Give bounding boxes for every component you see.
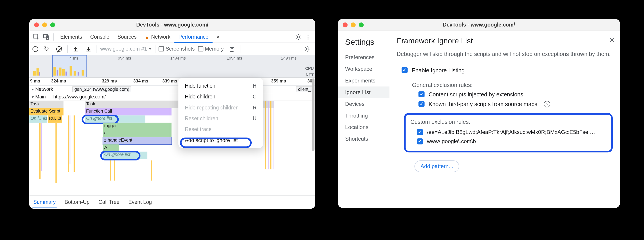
- custom-rule-2-checkbox[interactable]: www\.google\.com\b: [410, 137, 606, 146]
- tab-summary[interactable]: Summary: [32, 196, 56, 208]
- svg-point-4: [306, 48, 308, 50]
- overview-tick: 1994 ms: [227, 56, 242, 60]
- add-pattern-button[interactable]: Add pattern...: [414, 160, 459, 172]
- timeline-overview[interactable]: 4 ms 994 ms 1494 ms 1994 ms 2494 ms CPU …: [29, 55, 315, 78]
- settings-main-panel: ✕ Framework Ignore List Debugger will sk…: [390, 31, 620, 208]
- gear-icon[interactable]: [295, 33, 302, 40]
- custom-rule-1-checkbox[interactable]: /ee=ALeJib:B8gLwd;AfeaP:TkrAjf;Afksuc:wM…: [410, 127, 606, 137]
- network-track-header[interactable]: Network gen_204 (www.google.com) client_: [29, 86, 315, 93]
- flame-ignore[interactable]: On ignore list: [103, 152, 148, 159]
- third-party-checkbox[interactable]: Known third-party scripts from source ma…: [396, 99, 612, 109]
- expand-icon: [32, 87, 34, 92]
- overview-tick: 994 ms: [118, 56, 131, 60]
- maximize-icon[interactable]: [359, 22, 364, 27]
- memory-checkbox[interactable]: Memory: [198, 46, 224, 52]
- flame-a[interactable]: A: [103, 144, 119, 151]
- flame-function-call[interactable]: Function Call: [85, 108, 172, 115]
- flame-ignore[interactable]: On i…list: [29, 116, 47, 123]
- more-icon[interactable]: ⋮: [304, 33, 312, 40]
- clear-button[interactable]: [55, 45, 62, 52]
- flame-handleevent[interactable]: z.handleEvent: [103, 137, 172, 144]
- maximize-icon[interactable]: [50, 22, 55, 27]
- titlebar[interactable]: DevTools - www.google.com/: [29, 19, 315, 31]
- custom-rules-highlight: Custom exclusion rules: /ee=ALeJib:B8gLw…: [404, 113, 613, 152]
- sidebar-item-shortcuts[interactable]: Shortcuts: [345, 133, 386, 145]
- overview-tick: 2494 ms: [281, 56, 297, 60]
- minimize-icon[interactable]: [42, 22, 47, 27]
- scrollbar[interactable]: [312, 78, 315, 151]
- enable-ignore-checkbox[interactable]: Enable Ignore Listing: [402, 65, 613, 75]
- tab-event-log[interactable]: Event Log: [128, 197, 152, 207]
- flame-task[interactable]: Task: [29, 101, 64, 108]
- settings-gear-icon[interactable]: [304, 45, 311, 52]
- minimize-icon[interactable]: [351, 22, 356, 27]
- sidebar-item-preferences[interactable]: Preferences: [345, 51, 386, 63]
- checkbox-checked-icon: [418, 91, 424, 97]
- context-menu: Hide function H Hide children C Hide rep…: [178, 78, 263, 148]
- device-toggle-icon[interactable]: [42, 33, 50, 40]
- devtools-settings-window: DevTools - www.google.com/ Settings Pref…: [338, 19, 620, 208]
- network-request[interactable]: client_: [296, 87, 313, 92]
- flame-trigger[interactable]: trigger: [103, 123, 172, 130]
- tabs-overflow[interactable]: »: [212, 31, 224, 42]
- flame-ignore[interactable]: On ignore list: [85, 116, 146, 123]
- sidebar-item-ignore-list[interactable]: Ignore List: [338, 87, 390, 98]
- titlebar[interactable]: DevTools - www.google.com/: [338, 19, 620, 31]
- ruler-tick: 324 ms: [51, 78, 66, 83]
- flame-runs[interactable]: Ru…s: [48, 116, 62, 123]
- tab-call-tree[interactable]: Call Tree: [98, 197, 120, 207]
- menu-reset-trace: Reset trace: [178, 124, 263, 135]
- ruler-tick: 359 ms: [271, 78, 286, 83]
- garbage-collect-icon[interactable]: [228, 45, 235, 52]
- divider: [96, 45, 97, 52]
- checkbox-checked-icon: [417, 138, 423, 144]
- menu-hide-function[interactable]: Hide function H: [178, 80, 263, 91]
- menu-reset-children: Reset children U: [178, 113, 263, 124]
- network-request[interactable]: gen_204 (www.google.com): [72, 87, 132, 92]
- svg-point-3: [297, 36, 300, 38]
- tab-performance[interactable]: Performance: [174, 31, 212, 43]
- tab-elements[interactable]: Elements: [56, 31, 86, 42]
- page-title: Framework Ignore List: [396, 37, 612, 45]
- divider: [240, 45, 240, 52]
- tab-network[interactable]: Network: [141, 31, 174, 42]
- window-title: DevTools - www.google.com/: [338, 22, 620, 28]
- tab-bottom-up[interactable]: Bottom-Up: [64, 197, 90, 207]
- tab-sources[interactable]: Sources: [114, 31, 141, 42]
- reload-record-button[interactable]: [42, 45, 50, 52]
- close-settings-icon[interactable]: ✕: [609, 36, 615, 44]
- devtools-panel-tabs: Elements Console Sources Network Perform…: [29, 31, 315, 43]
- flame-c[interactable]: c: [103, 130, 172, 137]
- upload-icon[interactable]: [72, 45, 79, 52]
- main-track-header[interactable]: Main — https://www.google.com/: [29, 93, 315, 101]
- settings-heading: Settings: [345, 37, 386, 46]
- collapse-icon: [32, 94, 34, 100]
- download-icon[interactable]: [85, 45, 92, 52]
- chevron-down-icon: [148, 48, 152, 50]
- ruler-tick: 36: [307, 78, 312, 83]
- sidebar-item-experiments[interactable]: Experiments: [345, 75, 386, 87]
- menu-add-ignore[interactable]: Add script to ignore list: [178, 135, 263, 146]
- devtools-performance-window: DevTools - www.google.com/ Elements Cons…: [29, 19, 315, 209]
- inspect-element-icon[interactable]: [33, 33, 40, 40]
- settings-sidebar: Settings Preferences Workspace Experimen…: [338, 31, 390, 208]
- flame-evaluate[interactable]: Evaluate Script: [29, 108, 64, 115]
- screenshots-checkbox[interactable]: Screenshots: [159, 46, 195, 52]
- close-icon[interactable]: [343, 22, 348, 27]
- recording-select[interactable]: www.google.com #1: [100, 46, 152, 52]
- help-icon[interactable]: ?: [544, 101, 550, 107]
- timeline-ruler[interactable]: 9 ms 324 ms 329 ms 334 ms 339 ms 359 ms …: [29, 78, 315, 86]
- flame-chart[interactable]: Task Task Evaluate Script Function Call …: [29, 101, 315, 189]
- overview-tick: 4 ms: [70, 56, 78, 60]
- record-button[interactable]: [32, 46, 38, 52]
- tab-console[interactable]: Console: [86, 31, 114, 42]
- custom-rules-heading: Custom exclusion rules:: [410, 119, 606, 125]
- content-scripts-checkbox[interactable]: Content scripts injected by extensions: [396, 89, 612, 99]
- close-icon[interactable]: [34, 22, 39, 27]
- sidebar-item-workspace[interactable]: Workspace: [345, 63, 386, 75]
- sidebar-item-devices[interactable]: Devices: [345, 98, 386, 110]
- menu-hide-children[interactable]: Hide children C: [178, 91, 263, 102]
- perf-details-tabs: Summary Bottom-Up Call Tree Event Log: [29, 195, 315, 209]
- sidebar-item-locations[interactable]: Locations: [345, 121, 386, 133]
- sidebar-item-throttling[interactable]: Throttling: [345, 110, 386, 121]
